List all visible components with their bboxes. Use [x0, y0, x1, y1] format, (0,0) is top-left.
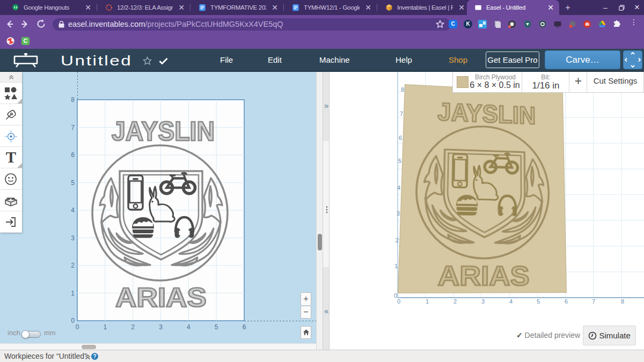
svg-text:5: 5: [71, 179, 75, 187]
svg-text:5: 5: [537, 298, 540, 305]
svg-text:4: 4: [397, 184, 400, 191]
svg-text:0: 0: [397, 298, 400, 305]
svg-text:3: 3: [481, 298, 485, 305]
svg-text:4: 4: [509, 298, 513, 305]
svg-text:1: 1: [426, 298, 429, 305]
svg-text:1: 1: [394, 263, 398, 269]
svg-text:2: 2: [453, 298, 457, 305]
svg-text:6: 6: [565, 298, 568, 305]
svg-text:7: 7: [400, 110, 403, 117]
svg-text:4: 4: [187, 323, 191, 331]
svg-text:3: 3: [159, 323, 163, 331]
svg-text:2: 2: [396, 237, 399, 243]
svg-text:3: 3: [71, 234, 75, 242]
svg-text:4: 4: [71, 206, 75, 214]
svg-text:0: 0: [76, 323, 79, 331]
svg-text:2: 2: [131, 323, 135, 331]
svg-text:5: 5: [215, 323, 218, 331]
svg-text:3: 3: [397, 210, 400, 217]
svg-text:2: 2: [71, 262, 75, 269]
svg-text:6: 6: [243, 323, 246, 331]
svg-text:1: 1: [71, 290, 75, 297]
svg-text:8: 8: [621, 298, 624, 305]
svg-text:7: 7: [71, 124, 75, 131]
svg-text:6: 6: [71, 151, 75, 159]
svg-text:6: 6: [399, 135, 402, 141]
svg-text:1: 1: [103, 323, 107, 331]
svg-text:7: 7: [592, 298, 595, 305]
svg-text:8: 8: [401, 86, 404, 93]
svg-text:0: 0: [71, 317, 75, 324]
svg-text:8: 8: [71, 96, 75, 104]
svg-text:5: 5: [398, 158, 401, 164]
